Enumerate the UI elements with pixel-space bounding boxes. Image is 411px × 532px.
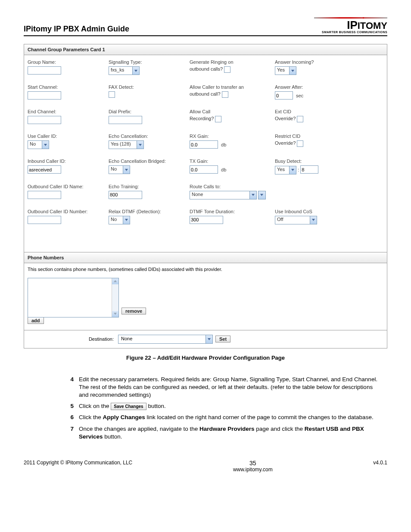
- group-name-input[interactable]: [28, 66, 61, 75]
- rx-gain-field: RX Gain: db: [190, 134, 271, 149]
- footer-url: www.ipitomy.com: [233, 467, 273, 473]
- answer-after-field: Answer After: sec: [275, 84, 352, 100]
- relax-dtmf-select[interactable]: No: [109, 216, 130, 224]
- dtmf-duration-field: DTMF Tone Duration:: [190, 209, 271, 224]
- chevron-down-icon: [289, 67, 296, 75]
- chevron-down-icon: [123, 166, 130, 174]
- allow-transfer-checkbox[interactable]: [222, 91, 228, 98]
- add-button[interactable]: add: [28, 317, 44, 324]
- echo-training-input[interactable]: [109, 191, 142, 199]
- restrict-cid-checkbox[interactable]: [297, 140, 303, 147]
- page-footer: 2011 Copyright © IPitomy Communication, …: [24, 460, 387, 473]
- chevron-down-icon: [206, 335, 212, 343]
- scrollbar[interactable]: [112, 278, 118, 317]
- page-number: 35: [233, 460, 273, 467]
- start-channel-field: Start Channel:: [28, 84, 105, 100]
- chevron-down-icon: [289, 166, 296, 174]
- save-changes-button[interactable]: Save Changes: [111, 403, 146, 410]
- step-6-text: Click the Apply Changes link located on …: [79, 414, 383, 421]
- card-title: Channel Group Parameters Card 1: [24, 44, 387, 55]
- ext-cid-checkbox[interactable]: [297, 116, 303, 122]
- end-channel-input[interactable]: [28, 116, 61, 124]
- allow-transfer-field: Allow Caller to transfer an outbound cal…: [190, 84, 271, 100]
- copyright: 2011 Copyright © IPitomy Communication, …: [24, 460, 132, 473]
- set-button[interactable]: Set: [215, 336, 230, 342]
- logo: IPITOMY SMARTER BUSINESS COMMUNICATIONS: [314, 17, 387, 34]
- use-caller-id-select[interactable]: No: [28, 140, 49, 149]
- page-header: IPitomy IP PBX Admin Guide IPITOMY SMART…: [24, 17, 387, 36]
- echo-bridged-field: Echo Cancellation Bridged: No: [109, 159, 186, 174]
- busy-detect-field: Busy Detect: Yes :: [275, 159, 352, 174]
- destination-label: Destination:: [28, 336, 115, 342]
- step-5-text: Click on the Save Changes button.: [79, 402, 383, 410]
- use-caller-id-field: Use Caller ID: No: [28, 134, 105, 149]
- route-calls-field: Route Calls to: None: [190, 184, 271, 199]
- remove-button[interactable]: remove: [121, 308, 146, 314]
- fax-detect-field: FAX Detect:: [109, 84, 186, 100]
- start-channel-input[interactable]: [28, 91, 61, 100]
- chevron-down-icon: [132, 67, 139, 75]
- group-name-field: Group Name:: [28, 59, 105, 75]
- chevron-down-icon: [249, 191, 256, 199]
- echo-cancel-field: Echo Cancellation: Yes (128): [109, 134, 186, 149]
- restrict-cid-field: Restrict CID Override?: [275, 134, 352, 149]
- use-cos-field: Use Inbound CoS Off: [275, 209, 352, 224]
- route-calls-select[interactable]: None: [190, 191, 257, 199]
- allow-recording-checkbox[interactable]: [215, 116, 221, 122]
- phone-numbers-title: Phone Numbers: [24, 252, 387, 263]
- tx-gain-field: TX Gain: db: [190, 159, 271, 174]
- phone-numbers-desc: This section contains phone numbers, (so…: [28, 267, 383, 272]
- dial-prefix-field: Dial Prefix:: [109, 109, 186, 124]
- allow-recording-field: Allow Call Recording?: [190, 109, 271, 124]
- out-cid-name-input[interactable]: [28, 191, 61, 199]
- out-cid-num-field: Outbound Caller ID Number:: [28, 209, 105, 224]
- page-title: IPitomy IP PBX Admin Guide: [24, 25, 129, 34]
- step-4-text: Edit the necessary parameters. Required …: [79, 376, 383, 399]
- signalling-type-field: Signalling Type: fxs_ks: [109, 59, 186, 75]
- answer-incoming-field: Answer Incoming? Yes: [275, 59, 352, 75]
- destination-select[interactable]: None: [118, 335, 213, 344]
- dial-prefix-input[interactable]: [109, 116, 142, 124]
- out-cid-name-field: Outbound Caller ID Name:: [28, 184, 105, 199]
- dtmf-duration-input[interactable]: [190, 216, 223, 224]
- chevron-down-icon[interactable]: [112, 311, 118, 317]
- phone-numbers-listbox[interactable]: [28, 278, 119, 317]
- end-channel-field: End Channel:: [28, 109, 105, 124]
- answer-incoming-select[interactable]: Yes: [275, 66, 296, 75]
- generate-ringing-field: Generate Ringing on outbound calls?: [190, 59, 271, 75]
- step-7-text: Once the changes are applied, navigate t…: [79, 425, 383, 441]
- ext-cid-field: Ext CID Override?: [275, 109, 352, 124]
- answer-after-input[interactable]: [275, 91, 293, 100]
- chevron-down-icon: [42, 141, 49, 149]
- instruction-list: 4 Edit the necessary parameters. Require…: [62, 376, 383, 441]
- rx-gain-input[interactable]: [190, 140, 218, 149]
- relax-dtmf-field: Relax DTMF (Detection): No: [109, 209, 186, 224]
- channel-group-card: Channel Group Parameters Card 1 Group Na…: [24, 44, 387, 348]
- inbound-cid-input[interactable]: [28, 165, 61, 174]
- echo-bridged-select[interactable]: No: [109, 165, 130, 174]
- echo-cancel-select[interactable]: Yes (128): [109, 140, 144, 149]
- version: v4.0.1: [373, 460, 387, 473]
- fax-detect-checkbox[interactable]: [109, 91, 115, 98]
- figure-caption: Figure 22 – Add/Edit Hardware Provider C…: [24, 355, 387, 361]
- route-calls-secondary-select[interactable]: [258, 191, 266, 199]
- chevron-down-icon: [137, 141, 143, 149]
- chevron-up-icon[interactable]: [112, 278, 118, 284]
- echo-training-field: Echo Training:: [109, 184, 186, 199]
- generate-ringing-checkbox[interactable]: [224, 66, 230, 73]
- busy-detect-count-input[interactable]: [300, 165, 318, 174]
- chevron-down-icon: [123, 216, 130, 224]
- use-cos-select[interactable]: Off: [275, 216, 317, 224]
- busy-detect-select[interactable]: Yes: [275, 166, 296, 174]
- chevron-down-icon: [310, 216, 317, 224]
- inbound-cid-field: Inbound Caller ID:: [28, 159, 105, 174]
- out-cid-num-input[interactable]: [28, 216, 61, 224]
- signalling-type-select[interactable]: fxs_ks: [109, 66, 140, 75]
- tx-gain-input[interactable]: [190, 165, 218, 174]
